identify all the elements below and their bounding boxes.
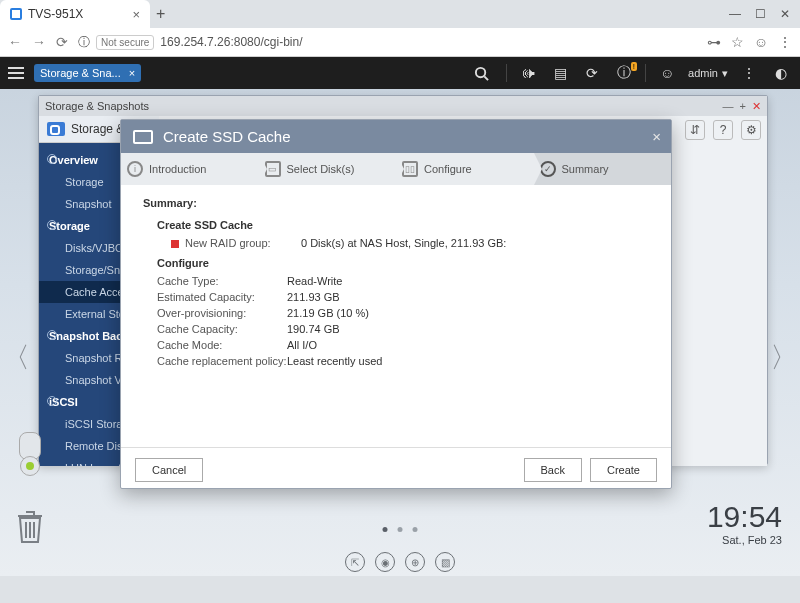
kebab-icon[interactable]: ⋮	[778, 34, 792, 50]
page-dots[interactable]	[383, 527, 418, 532]
clock-date: Sat., Feb 23	[707, 534, 782, 546]
clock-time: 19:54	[707, 500, 782, 534]
trash-icon[interactable]	[14, 508, 46, 546]
reload-icon[interactable]: ⟳	[56, 34, 68, 50]
dock-icon-1[interactable]: ⇱	[345, 552, 365, 572]
wizard-steps: iIntroduction ▭Select Disk(s) ▯▯Configur…	[121, 153, 671, 185]
wizard-title: Create SSD Cache	[163, 128, 291, 145]
star-icon[interactable]: ☆	[731, 34, 744, 50]
cache-type-label: Cache Type:	[157, 275, 287, 287]
forward-icon[interactable]: →	[32, 34, 46, 50]
cache-mode-value: All I/O	[287, 339, 317, 351]
create-cache-heading: Create SSD Cache	[157, 219, 649, 231]
win-close-icon[interactable]: ✕	[752, 100, 761, 113]
account-icon[interactable]: ☺	[754, 34, 768, 50]
cache-type-value: Read-Write	[287, 275, 342, 287]
policy-label: Cache replacement policy:	[157, 355, 287, 367]
step-label: Configure	[424, 163, 472, 175]
tool-gear-icon[interactable]: ⚙	[741, 120, 761, 140]
volume-icon[interactable]: 🕪	[517, 65, 539, 81]
step-select-disks[interactable]: ▭Select Disk(s)	[259, 153, 397, 185]
step-label: Select Disk(s)	[287, 163, 355, 175]
info-step-icon: i	[127, 161, 143, 177]
brand-icon	[47, 122, 65, 136]
cache-cap-value: 190.74 GB	[287, 323, 340, 335]
taskbar-chip[interactable]: Storage & Sna... ×	[34, 64, 141, 82]
url-text: 169.254.7.26:8080/cgi-bin/	[160, 35, 302, 49]
devices-icon[interactable]: ▤	[549, 65, 571, 81]
dashboard-icon[interactable]: ◐	[770, 65, 792, 81]
key-icon[interactable]: ⊶	[707, 34, 721, 50]
chip-label: Storage & Sna...	[40, 67, 121, 79]
search-icon[interactable]	[474, 66, 496, 81]
chevron-down-icon: ▾	[722, 67, 728, 80]
check-step-icon: ✓	[540, 161, 556, 177]
new-raid-value: 0 Disk(s) at NAS Host, Single, 211.93 GB…	[301, 237, 506, 249]
tool-link-icon[interactable]: ⇵	[685, 120, 705, 140]
step-introduction[interactable]: iIntroduction	[121, 153, 259, 185]
notifications-icon[interactable]: ⓘ!	[613, 64, 635, 82]
desktop-next-icon[interactable]: 〉	[770, 339, 798, 377]
hamburger-icon[interactable]	[8, 67, 24, 79]
est-cap-label: Estimated Capacity:	[157, 291, 287, 303]
desktop-prev-icon[interactable]: 〈	[2, 339, 30, 377]
dock-icon-3[interactable]: ⊕	[405, 552, 425, 572]
cache-cap-label: Cache Capacity:	[157, 323, 287, 335]
svg-point-0	[476, 67, 485, 76]
user-icon[interactable]: ☺	[656, 65, 678, 81]
qts-top-bar: Storage & Sna... × 🕪 ▤ ⟳ ⓘ! ☺ admin▾ ⋮ ◐	[0, 57, 800, 89]
refresh-icon[interactable]: ⟳	[581, 65, 603, 81]
info-icon: ⓘ	[78, 34, 90, 51]
notif-badge: !	[631, 62, 637, 71]
cache-mode-label: Cache Mode:	[157, 339, 287, 351]
summary-heading: Summary:	[143, 197, 649, 209]
window-titlebar[interactable]: Storage & Snapshots — + ✕	[39, 96, 767, 116]
ssd-icon	[133, 130, 153, 144]
est-cap-value: 211.93 GB	[287, 291, 340, 303]
tool-help-icon[interactable]: ?	[713, 120, 733, 140]
not-secure-badge: Not secure	[96, 35, 154, 50]
wizard-footer: Cancel Back Create	[121, 447, 671, 492]
wizard-close-icon[interactable]: ×	[652, 128, 661, 145]
close-tab-icon[interactable]: ×	[132, 7, 140, 22]
cancel-button[interactable]: Cancel	[135, 458, 203, 482]
create-ssd-cache-wizard: Create SSD Cache × iIntroduction ▭Select…	[120, 119, 672, 489]
minimize-button[interactable]: —	[729, 7, 741, 21]
iscsi-icon	[47, 396, 57, 406]
wizard-body: Summary: Create SSD Cache New RAID group…	[121, 185, 671, 447]
step-summary[interactable]: ✓Summary	[534, 153, 672, 185]
qbot-icon[interactable]	[12, 432, 48, 484]
overview-icon	[47, 154, 57, 164]
favicon-icon	[10, 8, 22, 20]
address-bar[interactable]: ⓘ Not secure 169.254.7.26:8080/cgi-bin/	[78, 34, 697, 51]
browser-tab[interactable]: TVS-951X ×	[0, 0, 150, 28]
back-button[interactable]: Back	[524, 458, 582, 482]
maximize-button[interactable]: ☐	[755, 7, 766, 21]
win-maximize-icon[interactable]: +	[740, 100, 746, 113]
back-icon[interactable]: ←	[8, 34, 22, 50]
clock: 19:54 Sat., Feb 23	[707, 500, 782, 546]
step-configure[interactable]: ▯▯Configure	[396, 153, 534, 185]
new-tab-button[interactable]: +	[156, 5, 165, 23]
user-menu[interactable]: admin▾	[688, 67, 728, 80]
create-button[interactable]: Create	[590, 458, 657, 482]
tab-strip: TVS-951X × + — ☐ ✕	[0, 0, 800, 28]
svg-line-1	[484, 76, 488, 80]
brand-label: Storage &	[71, 122, 124, 136]
window-toolbar: ⇵ ? ⚙	[685, 120, 761, 140]
browser-chrome: TVS-951X × + — ☐ ✕ ← → ⟳ ⓘ Not secure 16…	[0, 0, 800, 57]
config-step-icon: ▯▯	[402, 161, 418, 177]
dock: ⇱ ◉ ⊕ ▧	[345, 552, 455, 572]
policy-value: Least recently used	[287, 355, 382, 367]
close-window-button[interactable]: ✕	[780, 7, 790, 21]
disk-step-icon: ▭	[265, 161, 281, 177]
overprov-label: Over-provisioning:	[157, 307, 287, 319]
wizard-header[interactable]: Create SSD Cache ×	[121, 120, 671, 153]
chip-close-icon[interactable]: ×	[129, 67, 135, 79]
dock-icon-2[interactable]: ◉	[375, 552, 395, 572]
win-minimize-icon[interactable]: —	[723, 100, 734, 113]
tab-title: TVS-951X	[28, 7, 83, 21]
dock-icon-4[interactable]: ▧	[435, 552, 455, 572]
more-icon[interactable]: ⋮	[738, 65, 760, 81]
sidebar-label: Snapshot Bac	[49, 330, 122, 342]
